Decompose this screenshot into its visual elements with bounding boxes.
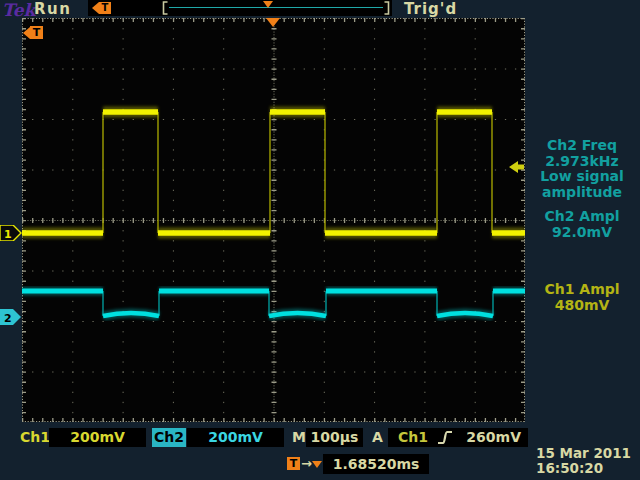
measurement-label: Ch2 Ampl — [524, 209, 640, 225]
tek-logo: Tek — [2, 0, 35, 20]
measurement-value: 92.0mV — [524, 225, 640, 241]
ch1-label: Ch1 — [20, 428, 50, 447]
measurement-label: Ch1 Ampl — [524, 282, 640, 298]
left-arrow-icon — [92, 2, 99, 14]
left-arrow-icon — [23, 27, 30, 39]
trigger-delay-readout: 1.68520ms — [323, 454, 429, 474]
ch2-freq-readout: Ch2 Freq 2.973kHz Low signal amplitude — [524, 138, 640, 200]
delay-t-badge: T — [287, 457, 300, 470]
trigger-state: Trig'd — [404, 0, 457, 18]
measurement-value: 480mV — [524, 298, 640, 314]
ch2-ampl-readout: Ch2 Ampl 92.0mV — [524, 209, 640, 240]
trigger-readout: Ch1 260mV — [388, 428, 528, 447]
trigger-offscreen-flag-icon: T — [23, 26, 43, 39]
timebase-label: M — [292, 428, 306, 447]
trigger-source: Ch1 — [398, 428, 428, 447]
record-window-line — [169, 7, 383, 8]
rising-edge-icon — [437, 429, 453, 446]
ch1-scale-readout: 200mV — [49, 428, 146, 447]
right-arrow-icon: → — [301, 454, 312, 474]
ch2-reference-marker: 2 — [0, 309, 22, 325]
ch2-trace — [22, 291, 525, 316]
trigger-t-badge: T — [99, 2, 111, 14]
oscilloscope-screen: Tek Run T Trig'd T 1 2 Ch2 Freq — [0, 0, 640, 480]
trigger-t-badge: T — [30, 26, 43, 39]
svg-text:1: 1 — [4, 228, 12, 241]
measurement-warning: amplitude — [524, 185, 640, 201]
measurement-label: Ch2 Freq — [524, 138, 640, 154]
datetime-readout: 15 Mar 2011 16:50:20 — [536, 446, 631, 476]
trigger-position-flag-icon: T — [92, 2, 111, 14]
trigger-level-arrow-icon — [509, 161, 525, 173]
ch2-label: Ch2 — [152, 428, 186, 447]
trigger-level-readout: 260mV — [466, 428, 528, 447]
expansion-point-marker-icon — [266, 18, 280, 27]
graticule-area — [22, 18, 525, 422]
timebase-readout: 100µs — [306, 428, 363, 447]
ch1-reference-marker: 1 — [0, 225, 22, 241]
trigger-system-label: A — [372, 428, 383, 447]
record-bracket-left-icon — [162, 1, 168, 15]
acquisition-preview-bar: T — [88, 0, 392, 16]
grid — [22, 18, 525, 422]
measurement-value: 2.973kHz — [524, 154, 640, 170]
delay-marker-icon — [312, 461, 322, 468]
svg-text:2: 2 — [4, 312, 12, 325]
record-bracket-right-icon — [384, 1, 390, 15]
acquisition-state: Run — [34, 0, 71, 18]
ch1-ampl-readout: Ch1 Ampl 480mV — [524, 282, 640, 313]
trigger-position-marker-icon — [263, 1, 273, 8]
waveform-display — [22, 18, 525, 422]
ch2-scale-readout: 200mV — [187, 428, 284, 447]
measurement-warning: Low signal — [524, 169, 640, 185]
time-text: 16:50:20 — [536, 461, 631, 476]
date-text: 15 Mar 2011 — [536, 446, 631, 461]
